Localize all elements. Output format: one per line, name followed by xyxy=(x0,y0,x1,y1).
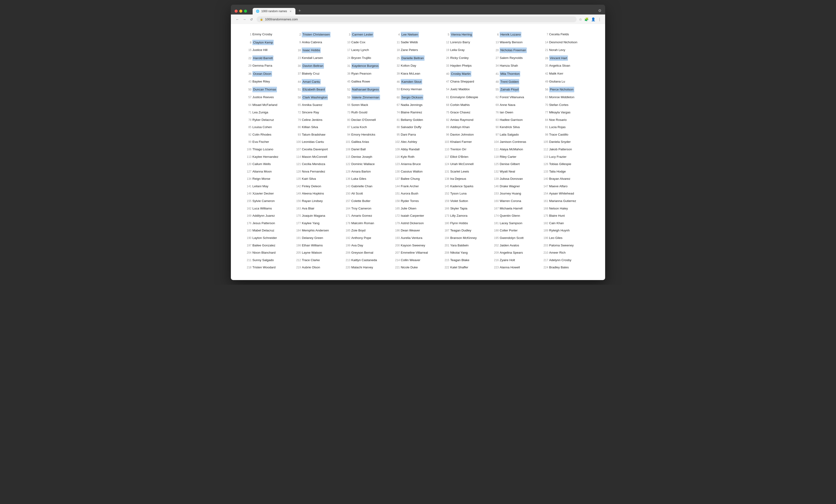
list-item: 143Gabrielle Chan xyxy=(344,183,393,190)
name-number: 18 xyxy=(394,48,400,52)
name-number: 162 xyxy=(246,207,251,211)
list-item: 216Zyaire Holt xyxy=(492,257,542,264)
name-number: 201 xyxy=(444,243,449,248)
list-item: 94Emory Hendricks xyxy=(344,131,393,138)
close-button[interactable] xyxy=(234,9,238,13)
back-button[interactable]: ← xyxy=(234,17,240,22)
list-item: 56Pierce Nicholson xyxy=(542,86,591,93)
name-number: 138 xyxy=(444,177,449,181)
bookmark-icon[interactable]: ☆ xyxy=(579,17,582,21)
name-number: 51 xyxy=(295,88,301,92)
list-item: 50Duncan Thomas xyxy=(245,86,294,93)
list-item: 68Corbin Mathis xyxy=(443,102,492,108)
list-item: 15Justice Hill xyxy=(245,47,294,54)
list-item: 57Justice Reeves xyxy=(245,94,294,101)
name-text: Isaiah Carpenter xyxy=(401,213,424,218)
list-item: 75Grace Chavez xyxy=(443,109,492,116)
name-number: 36 xyxy=(246,72,251,76)
name-number: 3 xyxy=(345,33,350,37)
name-text: Cade Cox xyxy=(352,40,365,45)
name-text: Anne Nava xyxy=(500,102,515,108)
forward-button[interactable]: → xyxy=(242,17,247,22)
name-number: 114 xyxy=(295,155,301,159)
new-tab-button[interactable]: + xyxy=(296,7,303,14)
refresh-button[interactable]: ↺ xyxy=(249,17,254,22)
name-number: 57 xyxy=(246,95,251,100)
name-text: Gabrielle Chan xyxy=(352,184,373,189)
name-text: Emmalynn Gillespie xyxy=(450,95,478,100)
list-item: 108Dariel Ball xyxy=(344,146,393,153)
list-item: 196Leo Giles xyxy=(542,235,591,241)
url-bar[interactable]: 🔒 1000randomnames.com xyxy=(256,16,576,22)
name-text: Baylee Riley xyxy=(252,79,270,84)
name-number: 76 xyxy=(493,110,499,115)
name-number: 73 xyxy=(345,110,350,115)
name-text: Trace Clarke xyxy=(302,258,320,263)
name-text: Trace Castillo xyxy=(549,132,568,137)
name-number: 145 xyxy=(444,184,449,189)
list-item: 178Malcolm Roman xyxy=(344,220,393,227)
name-text: Mason McConnell xyxy=(302,154,327,159)
name-number: 71 xyxy=(246,110,251,115)
name-text: Malcolm Roman xyxy=(352,221,374,226)
name-number: 181 xyxy=(493,221,499,226)
name-number: 152 xyxy=(444,191,449,196)
list-item: 51Elizabeth Beard xyxy=(294,86,344,93)
name-text: Ira Dejesus xyxy=(450,176,466,181)
name-number: 120 xyxy=(246,162,251,167)
name-number: 48 xyxy=(493,80,499,84)
list-item: 65Annika Suarez xyxy=(294,102,344,108)
extensions-icon[interactable]: 🧩 xyxy=(584,17,589,21)
name-text: Vienna Herring xyxy=(450,32,473,37)
name-text: Layton Schneider xyxy=(252,235,277,240)
list-item: 112Jakob Patterson xyxy=(542,146,591,153)
name-text: Cecelia Davenport xyxy=(302,147,328,152)
name-text: Dariel Ball xyxy=(352,147,366,152)
list-item: 12Lorenzo Barry xyxy=(443,39,492,46)
list-item: 163Ava Blair xyxy=(294,205,344,212)
name-text: Dominic Wallace xyxy=(352,161,375,167)
name-number: 79 xyxy=(295,118,301,122)
tab-title: 1000 random names xyxy=(261,9,287,13)
list-item: 161Marianna Gutierrez xyxy=(542,198,591,204)
name-number: 101 xyxy=(345,140,350,144)
maximize-button[interactable] xyxy=(244,9,247,13)
name-text: Teagan Blake xyxy=(450,258,470,263)
list-item: 77Mikayla Vargas xyxy=(542,109,591,116)
name-text: Brayan Alvarez xyxy=(549,176,571,181)
window-controls: ⚙ xyxy=(598,8,602,13)
name-number: 100 xyxy=(295,140,301,144)
minimize-button[interactable] xyxy=(239,9,242,13)
name-number: 210 xyxy=(543,251,548,255)
menu-icon[interactable]: ⋮ xyxy=(598,17,602,21)
list-item: 125Denise Gilbert xyxy=(492,161,542,167)
list-item: 151Aurora Bush xyxy=(393,190,442,197)
active-tab[interactable]: 🌐 1000 random names ✕ xyxy=(253,8,296,15)
list-item: 38Ryan Pearson xyxy=(344,70,393,77)
name-text: Declan O'Donnell xyxy=(352,117,376,122)
list-item: 105Daniela Snyder xyxy=(542,139,591,145)
name-text: Addilynn Juarez xyxy=(252,213,275,218)
name-text: Gwendolyn Scott xyxy=(500,235,524,240)
name-text: Alaiya McMahon xyxy=(500,147,523,152)
name-number: 179 xyxy=(394,221,400,226)
name-number: 107 xyxy=(295,147,301,152)
profile-icon[interactable]: 👤 xyxy=(591,17,595,21)
name-number: 95 xyxy=(394,133,400,137)
name-text: Collin Weaver xyxy=(401,258,420,263)
name-text: Lacey Sampson xyxy=(500,221,522,226)
name-text: Cain Khan xyxy=(549,221,564,226)
list-item: 58Clark Washington xyxy=(294,94,344,101)
name-text: Clayton Kemp xyxy=(252,40,274,45)
name-text: Daniela Snyder xyxy=(549,139,571,144)
name-number: 169 xyxy=(246,214,251,218)
list-item: 121Cecilia Mendoza xyxy=(294,161,344,167)
name-text: Lilly Zamora xyxy=(450,213,468,218)
list-item: 158Ryder Torres xyxy=(393,198,442,204)
traffic-lights xyxy=(234,9,247,13)
list-item: 21Norah Levy xyxy=(542,47,591,54)
tab-close-button[interactable]: ✕ xyxy=(289,9,292,13)
name-number: 153 xyxy=(493,191,499,196)
name-number: 53 xyxy=(394,87,400,92)
list-item: 129Amara Barton xyxy=(344,168,393,175)
